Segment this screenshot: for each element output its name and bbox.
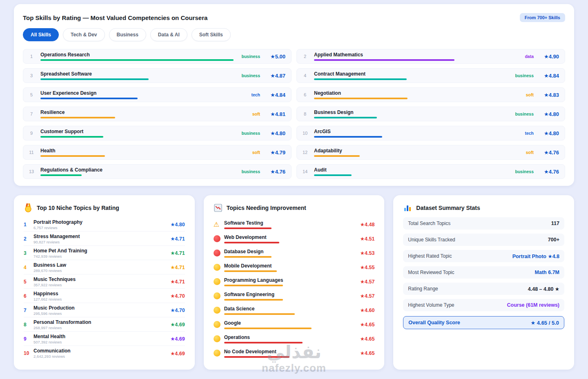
skill-rating: ★4.76 xyxy=(539,149,559,156)
amber-dot-icon xyxy=(214,264,224,271)
skill-rating: ★4.81 xyxy=(266,111,285,117)
niche-topic-name: Business Law xyxy=(33,262,170,268)
stat-label: Total Search Topics xyxy=(408,221,450,226)
skill-rank: 12 xyxy=(300,150,310,155)
niche-rank: 10 xyxy=(24,350,33,356)
skill-progress-bar xyxy=(314,155,360,157)
improvement-topic-name: Web Development xyxy=(224,234,353,240)
tab-soft-skills[interactable]: Soft Skills xyxy=(192,28,231,41)
skill-progress-bar xyxy=(40,98,138,99)
skill-category-tag: business xyxy=(241,169,260,174)
improvement-topic-name: Software Engineering xyxy=(224,292,353,297)
improvement-topic-info: Google xyxy=(224,320,353,329)
skill-category-tag: data xyxy=(525,54,534,59)
niche-topic-row: 8 Personal Transformation 268,997 review… xyxy=(24,317,185,332)
skill-info: Health xyxy=(40,148,248,157)
niche-topic-rating: ★4.69 xyxy=(170,321,185,328)
overall-quality-value: ★ 4.65 / 5.0 xyxy=(531,320,559,326)
niche-topic-info: Home Pet And Training 742,939 reviews xyxy=(33,248,170,259)
skill-rank: 8 xyxy=(300,111,310,116)
improvement-topic-row: Programming Languages ★4.57 xyxy=(214,274,375,289)
skill-info: Business Design xyxy=(314,109,511,118)
skill-rating: ★4.83 xyxy=(539,92,559,98)
skill-rank: 3 xyxy=(27,73,36,78)
skill-progress-bar xyxy=(314,136,382,138)
niche-topic-rating: ★4.70 xyxy=(170,307,185,313)
skill-row: 9 Customer Support business ★4.80 xyxy=(23,126,292,140)
skill-rating: ★4.80 xyxy=(539,111,559,117)
improvement-topic-rating: ★4.55 xyxy=(356,264,374,270)
skill-name: Applied Mathematics xyxy=(314,52,521,58)
page-title: Top Skills by Rating — Most Valued Compe… xyxy=(23,14,207,21)
tab-data-ai[interactable]: Data & AI xyxy=(150,28,187,41)
niche-topic-row: 10 Communication 2,642,293 reviews ★4.69 xyxy=(24,346,185,360)
improvement-topic-row: Operations ★4.65 xyxy=(214,332,375,346)
improvement-topic-info: Programming Languages xyxy=(224,277,353,286)
skill-name: Resilience xyxy=(40,109,248,115)
skill-progress-bar xyxy=(314,98,408,99)
improvement-card-header: Topics Needing Improvement xyxy=(214,203,375,212)
improvement-topic-rating: ★4.51 xyxy=(356,236,374,242)
niche-topic-row: 9 Mental Health 507,392 reviews ★4.69 xyxy=(24,332,185,346)
niche-card-title: Top 10 Niche Topics by Rating xyxy=(37,205,119,211)
stat-label: Highest Volume Type xyxy=(408,302,454,308)
skill-name: ArcGIS xyxy=(314,129,521,134)
skill-name: Health xyxy=(40,148,248,154)
top-skills-card: Top Skills by Rating — Most Valued Compe… xyxy=(14,4,574,186)
niche-topic-rating: ★4.69 xyxy=(170,350,185,357)
niche-topic-info: Stress Management 90,827 reviews xyxy=(33,234,170,244)
skill-progress-bar xyxy=(314,174,352,176)
niche-topic-reviews: 6,757 reviews xyxy=(33,225,170,230)
overall-quality-row: Overall Quality Score ★ 4.65 / 5.0 xyxy=(403,316,564,329)
niche-topic-info: Communication 2,642,293 reviews xyxy=(33,348,170,359)
skill-rank: 5 xyxy=(27,92,36,97)
skill-row: 14 Audit business ★4.76 xyxy=(296,164,565,179)
skills-grid: 1 Operations Research business ★5.00 2 A… xyxy=(23,49,565,179)
niche-topic-rating: ★4.71 xyxy=(170,250,185,256)
top-card-header: Top Skills by Rating — Most Valued Compe… xyxy=(23,13,565,22)
skill-row: 5 User Experience Design tech ★4.84 xyxy=(23,87,292,102)
skill-rank: 14 xyxy=(300,169,310,174)
skill-row: 1 Operations Research business ★5.00 xyxy=(23,49,292,64)
skill-row: 7 Resilience soft ★4.81 xyxy=(23,107,292,121)
niche-list: 1 Portrait Photography 6,757 reviews ★4.… xyxy=(24,217,185,360)
red-dot-icon xyxy=(214,235,224,242)
improvement-bar xyxy=(224,227,272,229)
improvement-topic-name: Software Testing xyxy=(224,220,353,226)
skill-name: User Experience Design xyxy=(40,90,247,96)
skill-row: 12 Adaptability soft ★4.76 xyxy=(296,145,565,160)
stat-value: 117 xyxy=(551,221,559,226)
skill-row: 10 ArcGIS tech ★4.80 xyxy=(296,126,565,140)
skill-category-tag: business xyxy=(515,111,534,116)
stat-label: Unique Skills Tracked xyxy=(408,237,455,243)
improvement-topic-rating: ★4.53 xyxy=(356,250,374,256)
niche-topic-reviews: 357,922 reviews xyxy=(33,283,170,287)
niche-topic-rating: ★4.71 xyxy=(170,279,185,285)
skill-rank: 6 xyxy=(300,92,310,97)
skill-category-tag: tech xyxy=(525,131,534,136)
skill-row: 11 Health soft ★4.79 xyxy=(23,145,292,160)
skill-info: Resilience xyxy=(40,109,248,118)
skill-category-tag: tech xyxy=(251,92,260,97)
improvement-bar xyxy=(224,356,290,358)
tab-all-skills[interactable]: All Skills xyxy=(23,28,59,41)
tab-business[interactable]: Business xyxy=(109,28,146,41)
stat-label: Rating Range xyxy=(408,286,438,292)
skill-name: Business Design xyxy=(314,109,511,115)
amber-dot-icon xyxy=(214,350,224,357)
skill-info: Audit xyxy=(314,167,511,176)
niche-rank: 8 xyxy=(24,322,33,328)
niche-topic-rating: ★4.71 xyxy=(170,264,185,270)
skill-progress-bar xyxy=(40,174,82,176)
skill-row: 6 Negotiation soft ★4.83 xyxy=(296,87,565,102)
improvement-list: ⚠ Software Testing ★4.48 Web Development… xyxy=(214,217,375,360)
tab-tech-dev[interactable]: Tech & Dev xyxy=(63,28,105,41)
niche-topic-info: Music Techniques 357,922 reviews xyxy=(33,276,170,287)
stat-label: Most Reviewed Topic xyxy=(408,270,454,275)
improvement-card-title: Topics Needing Improvement xyxy=(227,205,306,211)
niche-rank: 1 xyxy=(24,222,33,227)
amber-dot-icon xyxy=(214,307,224,314)
skill-rank: 7 xyxy=(27,111,36,116)
skill-rating: ★4.87 xyxy=(266,73,285,79)
skill-name: Adaptability xyxy=(314,148,522,154)
